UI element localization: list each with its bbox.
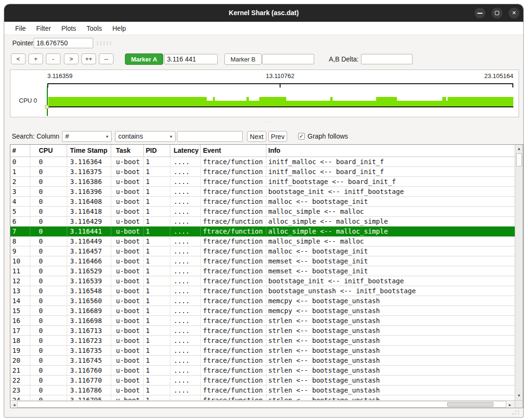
cell-timestamp[interactable]: 3.116396 [67, 187, 111, 196]
cell-info[interactable]: memcpy <-- bootstage_unstash [266, 306, 515, 315]
cell-cpu[interactable]: 0 [30, 316, 67, 325]
vertical-scrollbar-thumb[interactable] [516, 153, 522, 166]
cell-pid[interactable]: 1 [144, 385, 170, 395]
cell-timestamp[interactable]: 3.116429 [67, 217, 111, 226]
cell-timestamp[interactable]: 3.116745 [67, 356, 111, 365]
cell-num[interactable]: 13 [10, 286, 30, 296]
cell-event[interactable]: ftrace/function [201, 286, 266, 296]
cell-latency[interactable]: .... [170, 246, 201, 256]
cell-latency[interactable]: .... [170, 366, 201, 375]
cell-task[interactable]: u-boot [111, 246, 144, 256]
cell-info[interactable]: strlen <-- bootstage_unstash [266, 316, 515, 325]
cell-pid[interactable]: 1 [144, 187, 170, 196]
cell-latency[interactable]: .... [170, 356, 201, 365]
cell-cpu[interactable]: 0 [30, 276, 67, 286]
menu-item-tools[interactable]: Tools [81, 22, 107, 35]
cell-latency[interactable]: .... [170, 177, 201, 186]
nav-button-back[interactable]: < [11, 53, 26, 64]
cell-task[interactable]: u-boot [111, 356, 144, 365]
cell-latency[interactable]: .... [170, 395, 201, 400]
cell-pid[interactable]: 1 [144, 376, 170, 385]
cell-latency[interactable]: .... [170, 197, 201, 206]
col-header-timestamp[interactable]: Time Stamp [67, 145, 111, 157]
cpu0-activity-segment[interactable] [207, 101, 213, 106]
cell-cpu[interactable]: 0 [30, 207, 67, 216]
close-button[interactable]: ✕ [509, 8, 519, 18]
cell-latency[interactable]: .... [170, 167, 201, 176]
cell-timestamp[interactable]: 3.116560 [67, 296, 111, 306]
cell-info[interactable]: initf_bootstage <-- board_init_f [266, 177, 515, 186]
cell-task[interactable]: u-boot [111, 197, 144, 206]
cell-event[interactable]: ftrace/function [201, 346, 266, 355]
cell-event[interactable]: ftrace/function [201, 187, 266, 196]
cell-info[interactable]: strlen <-- bootstage_unstash [266, 336, 515, 345]
cell-event[interactable]: ftrace/function [201, 366, 266, 375]
cell-num[interactable]: 20 [10, 356, 30, 365]
cell-timestamp[interactable]: 3.116698 [67, 316, 111, 325]
cell-latency[interactable]: .... [170, 217, 201, 226]
cell-pid[interactable]: 1 [144, 217, 170, 226]
cell-num[interactable]: 23 [10, 385, 30, 395]
table-row[interactable]: 2103.116760u-boot1....ftrace/functionstr… [10, 366, 515, 376]
col-header-task[interactable]: Task [111, 145, 144, 157]
cell-cpu[interactable]: 0 [30, 286, 67, 296]
splitter-handle[interactable]: ····· [249, 120, 289, 124]
cell-event[interactable]: ftrace/function [201, 167, 266, 176]
cell-timestamp[interactable]: 3.116441 [67, 227, 111, 236]
search-input[interactable] [177, 131, 243, 142]
cell-num[interactable]: 6 [10, 217, 30, 226]
table-row[interactable]: 2003.116745u-boot1....ftrace/functionstr… [10, 356, 515, 366]
cell-num[interactable]: 14 [10, 296, 30, 306]
cell-latency[interactable]: .... [170, 157, 201, 166]
table-row[interactable]: 803.116449u-boot1....ftrace/functionmall… [10, 236, 515, 246]
search-prev-button[interactable]: Prev [268, 131, 287, 142]
cell-cpu[interactable]: 0 [30, 256, 67, 266]
cell-task[interactable]: u-boot [111, 236, 144, 246]
maximize-button[interactable] [492, 8, 502, 18]
cell-info[interactable]: alloc_simple <-- malloc_simple [266, 227, 515, 236]
marker-a-value-input[interactable] [164, 54, 218, 64]
cell-task[interactable]: u-boot [111, 326, 144, 335]
cell-num[interactable]: 17 [10, 326, 30, 335]
menu-item-plots[interactable]: Plots [56, 22, 81, 35]
cell-event[interactable]: ftrace/function [201, 326, 266, 335]
search-condition-select[interactable]: contains ▾ [115, 131, 176, 142]
cell-info[interactable]: alloc_simple <-- malloc_simple [266, 217, 515, 226]
nav-button-forward[interactable]: > [64, 53, 79, 64]
cell-task[interactable]: u-boot [111, 207, 144, 216]
cell-num[interactable]: 19 [10, 346, 30, 355]
cell-timestamp[interactable]: 3.116529 [67, 266, 111, 276]
cell-num[interactable]: 1 [10, 167, 30, 176]
cell-timestamp[interactable]: 3.116795 [67, 395, 111, 400]
cell-event[interactable]: ftrace/function [201, 336, 266, 345]
table-row[interactable]: 903.116457u-boot1....ftrace/functionmall… [10, 246, 515, 256]
cell-event[interactable]: ftrace/function [201, 395, 266, 400]
cell-timestamp[interactable]: 3.116548 [67, 286, 111, 296]
cell-timestamp[interactable]: 3.116364 [67, 157, 111, 166]
ab-delta-input[interactable] [361, 54, 413, 64]
table-row[interactable]: 1403.116560u-boot1....ftrace/functionmem… [10, 296, 515, 306]
cell-cpu[interactable]: 0 [30, 266, 67, 276]
cell-cpu[interactable]: 0 [30, 395, 67, 400]
cell-pid[interactable]: 1 [144, 197, 170, 206]
cell-num[interactable]: 10 [10, 256, 30, 266]
cell-cpu[interactable]: 0 [30, 385, 67, 395]
cell-pid[interactable]: 1 [144, 366, 170, 375]
cell-cpu[interactable]: 0 [30, 376, 67, 385]
search-column-select[interactable]: # ▾ [62, 131, 112, 142]
cell-info[interactable]: bootstage_init <-- initf_bootstage [266, 187, 515, 196]
vertical-scrollbar[interactable]: ▲ ▼ [515, 145, 523, 400]
cell-timestamp[interactable]: 3.116386 [67, 177, 111, 186]
marker-b-button[interactable]: Marker B [224, 53, 262, 65]
cell-pid[interactable]: 1 [144, 276, 170, 286]
cell-timestamp[interactable]: 3.116760 [67, 366, 111, 375]
col-header-pid[interactable]: PID [144, 145, 170, 157]
cell-info[interactable]: malloc_simple <-- malloc [266, 236, 515, 246]
cell-pid[interactable]: 1 [144, 306, 170, 315]
cell-num[interactable]: 21 [10, 366, 30, 375]
cell-num[interactable]: 9 [10, 246, 30, 256]
cpu0-activity-segment[interactable] [442, 97, 446, 106]
nav-button-minus-minus[interactable]: -- [99, 53, 114, 64]
scroll-up-icon[interactable]: ▲ [515, 145, 523, 153]
cell-cpu[interactable]: 0 [30, 326, 67, 335]
